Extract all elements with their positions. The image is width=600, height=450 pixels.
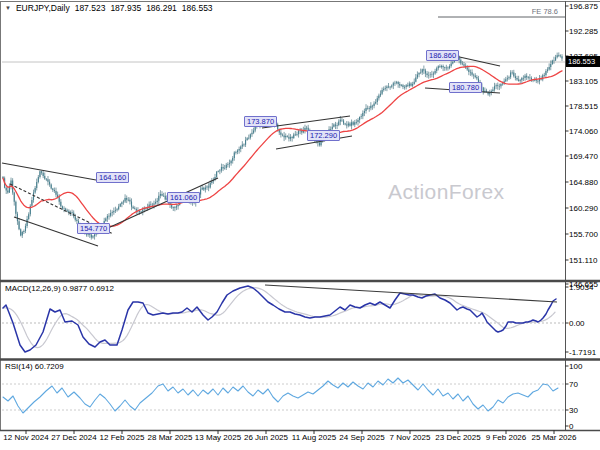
price-annotation: 186.860 bbox=[426, 50, 459, 61]
price-axis-label: 196.875 bbox=[569, 2, 598, 11]
ohlc-open: 187.523 bbox=[75, 3, 106, 13]
price-annotation: 180.780 bbox=[449, 82, 482, 93]
rsi-axis-label: 100 bbox=[569, 362, 582, 371]
fibonacci-extension-label: FE 78.6 bbox=[500, 7, 558, 16]
chart-window: ▼ EURJPY,Daily 187.523 187.935 186.291 1… bbox=[0, 0, 600, 450]
rsi-axis-label: 0 bbox=[569, 422, 573, 431]
rsi-axis-label: 70 bbox=[569, 380, 578, 389]
ohlc-close: 186.553 bbox=[182, 3, 213, 13]
price-annotation: 173.870 bbox=[244, 116, 277, 127]
price-annotation: 164.160 bbox=[96, 172, 129, 183]
macd-indicator-label: MACD(12,26,9) 0.9877 0.6912 bbox=[5, 284, 114, 293]
price-axis-label: 174.060 bbox=[569, 127, 598, 136]
watermark: ActionForex bbox=[388, 180, 504, 204]
symbol-label: EURJPY,Daily bbox=[16, 3, 70, 13]
symbol-dropdown-icon[interactable]: ▼ bbox=[5, 5, 11, 11]
price-axis-label: 178.515 bbox=[569, 102, 598, 111]
price-axis-label: 151.110 bbox=[569, 256, 597, 265]
chart-title-bar: ▼ EURJPY,Daily 187.523 187.935 186.291 1… bbox=[5, 3, 213, 13]
price-annotation: 161.060 bbox=[167, 192, 200, 203]
rsi-indicator-label: RSI(14) 60.7209 bbox=[5, 362, 64, 371]
price-axis-label: 164.880 bbox=[569, 178, 598, 187]
price-axis-label: 183.105 bbox=[569, 77, 598, 86]
macd-axis-label: 1.9034 bbox=[569, 283, 593, 292]
ohlc-high: 187.935 bbox=[110, 3, 141, 13]
price-annotation: 154.770 bbox=[77, 223, 110, 234]
ohlc-low: 186.291 bbox=[146, 3, 177, 13]
current-price-marker: 186.553 bbox=[566, 56, 600, 67]
macd-axis-label: -1.7191 bbox=[569, 348, 596, 357]
date-axis-label: 25 Mar 2026 bbox=[524, 433, 584, 442]
price-axis-label: 169.470 bbox=[569, 152, 598, 161]
price-axis-label: 160.290 bbox=[569, 204, 598, 213]
rsi-axis-label: 30 bbox=[569, 406, 578, 415]
price-annotation: 172.290 bbox=[307, 130, 340, 141]
price-axis-label: 192.285 bbox=[569, 27, 598, 36]
price-axis-label: 155.700 bbox=[569, 230, 598, 239]
macd-axis-label: 0.00 bbox=[569, 319, 585, 328]
